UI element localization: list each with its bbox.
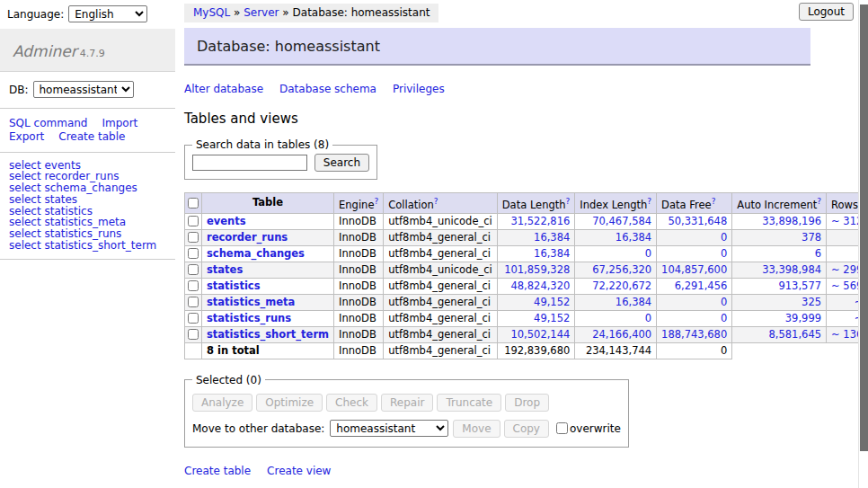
help-superscript: ? [817, 196, 821, 206]
sidebar-select-link[interactable]: select schema_changes [9, 182, 166, 194]
database-action-link[interactable]: Database schema [279, 83, 376, 95]
breadcrumb-link[interactable]: MySQL [193, 6, 230, 19]
table-name-link[interactable]: schema_changes [207, 247, 305, 260]
data-length-link[interactable]: 10,502,144 [510, 328, 570, 341]
database-action-link[interactable]: Privileges [393, 83, 445, 95]
auto-increment-link[interactable]: 33,898,196 [762, 215, 821, 227]
search-button[interactable]: Search [314, 154, 369, 172]
data-free-link[interactable]: 6,291,456 [675, 279, 728, 292]
breadcrumb-link[interactable]: Server [244, 6, 279, 19]
sidebar-action-link[interactable]: Import [102, 117, 137, 129]
index-length-link[interactable]: 0 [645, 312, 651, 324]
help-superscript: ? [374, 196, 378, 206]
repair-button[interactable]: Repair [381, 394, 433, 412]
row-checkbox[interactable] [188, 329, 199, 340]
data-free-link[interactable]: 0 [721, 312, 727, 324]
table-row: recorder_runsInnoDButf8mb4_general_ci16,… [185, 229, 868, 245]
data-free-link[interactable]: 0 [721, 296, 727, 308]
sidebar-select-link[interactable]: select statistics_runs [9, 228, 166, 240]
index-length-link[interactable]: 24,166,400 [592, 328, 651, 341]
logout-button[interactable]: Logout [799, 3, 854, 21]
auto-increment-link[interactable]: 39,999 [785, 312, 821, 324]
row-checkbox[interactable] [188, 264, 199, 275]
row-checkbox[interactable] [188, 248, 199, 259]
data-length-link[interactable]: 49,152 [534, 312, 570, 324]
sidebar-select-link[interactable]: select states [9, 194, 166, 206]
scrollbar-thumb[interactable] [860, 4, 868, 451]
table-name-link[interactable]: statistics_short_term [207, 328, 329, 341]
create-table-link[interactable]: Create table [184, 465, 251, 477]
data-free-link[interactable]: 0 [721, 231, 727, 244]
table-name-link[interactable]: events [207, 215, 246, 227]
check-button[interactable]: Check [326, 394, 377, 412]
row-checkbox[interactable] [188, 297, 199, 307]
sidebar-action-link[interactable]: Create table [58, 130, 125, 143]
data-free-link[interactable]: 50,331,648 [668, 215, 727, 227]
help-link[interactable]: ? [566, 197, 571, 206]
total-data-free: 0 [657, 342, 732, 359]
move-button[interactable]: Move [453, 420, 500, 438]
sidebar-action-link[interactable]: Export [9, 130, 44, 143]
row-checkbox[interactable] [188, 232, 199, 243]
analyze-button[interactable]: Analyze [192, 394, 252, 412]
table-name-link[interactable]: recorder_runs [207, 231, 288, 244]
table-name-link[interactable]: statistics_meta [207, 296, 295, 308]
copy-button[interactable]: Copy [504, 420, 549, 438]
db-select[interactable]: homeassistant [33, 81, 134, 98]
engine-cell: InnoDB [334, 213, 384, 229]
table-name-link[interactable]: statistics [207, 279, 261, 292]
auto-increment-link[interactable]: 33,398,984 [762, 263, 821, 276]
data-length-link[interactable]: 16,384 [534, 231, 570, 244]
data-length-link[interactable]: 16,384 [534, 247, 570, 260]
help-superscript: ? [434, 196, 438, 206]
engine-cell: InnoDB [334, 245, 384, 262]
data-length-link[interactable]: 49,152 [534, 296, 570, 308]
auto-increment-link[interactable]: 913,577 [778, 279, 821, 292]
select-all-checkbox[interactable] [188, 198, 199, 209]
index-length-link[interactable]: 72,220,672 [592, 279, 651, 292]
index-length-link[interactable]: 16,384 [616, 296, 651, 308]
engine-cell: InnoDB [334, 229, 384, 245]
row-checkbox[interactable] [188, 313, 199, 324]
drop-button[interactable]: Drop [505, 394, 549, 412]
breadcrumb-separator: » [230, 6, 244, 19]
help-link[interactable]: ? [712, 197, 716, 206]
auto-increment-link[interactable]: 378 [802, 231, 821, 244]
help-link[interactable]: ? [817, 197, 821, 206]
table-row: statesInnoDButf8mb4_unicode_ci101,859,32… [185, 262, 868, 278]
vertical-scrollbar[interactable] [858, 0, 868, 488]
optimize-button[interactable]: Optimize [256, 394, 323, 412]
create-view-link[interactable]: Create view [267, 465, 331, 477]
help-link[interactable]: ? [647, 197, 651, 206]
truncate-button[interactable]: Truncate [437, 394, 501, 412]
data-length-link[interactable]: 31,522,816 [510, 215, 570, 227]
row-checkbox[interactable] [188, 216, 199, 226]
auto-increment-link[interactable]: 325 [802, 296, 821, 308]
row-checkbox[interactable] [188, 280, 199, 291]
data-length-link[interactable]: 48,824,320 [510, 279, 570, 292]
sidebar-select-link[interactable]: select statistics_short_term [9, 240, 166, 252]
index-length-link[interactable]: 16,384 [616, 231, 651, 244]
overwrite-checkbox[interactable] [556, 422, 568, 434]
collation-cell: utf8mb4_general_ci [384, 326, 498, 342]
index-length-link[interactable]: 0 [645, 247, 651, 260]
help-link[interactable]: ? [434, 197, 438, 206]
sidebar-action-link[interactable]: SQL command [9, 117, 87, 129]
search-input[interactable] [192, 155, 307, 171]
version-link[interactable]: 4.7.9 [80, 48, 105, 59]
table-name-link[interactable]: statistics_runs [207, 312, 291, 324]
auto-increment-link[interactable]: 6 [815, 247, 821, 260]
help-link[interactable]: ? [374, 197, 378, 206]
index-length-link[interactable]: 67,256,320 [592, 263, 651, 276]
move-db-select[interactable]: homeassistant [330, 420, 448, 437]
database-action-link[interactable]: Alter database [184, 83, 263, 95]
data-free-link[interactable]: 188,743,680 [661, 328, 727, 341]
table-name-link[interactable]: states [207, 263, 243, 276]
language-select[interactable]: English [68, 5, 147, 22]
index-length-link[interactable]: 70,467,584 [592, 215, 651, 227]
data-free-link[interactable]: 0 [721, 247, 727, 260]
data-length-link[interactable]: 101,859,328 [504, 263, 570, 276]
auto-increment-link[interactable]: 8,581,645 [769, 328, 822, 341]
data-free-link[interactable]: 104,857,600 [661, 263, 727, 276]
sidebar-action-row: SQL commandImport [9, 117, 166, 130]
